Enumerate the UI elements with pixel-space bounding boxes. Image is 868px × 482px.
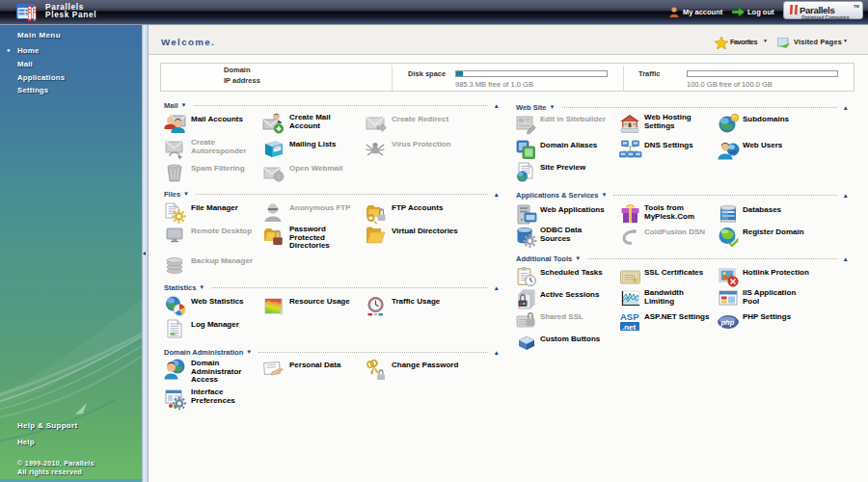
- svg-text:php: php: [720, 318, 735, 327]
- svg-text:.net: .net: [622, 323, 637, 332]
- svg-text:ASP: ASP: [620, 311, 639, 322]
